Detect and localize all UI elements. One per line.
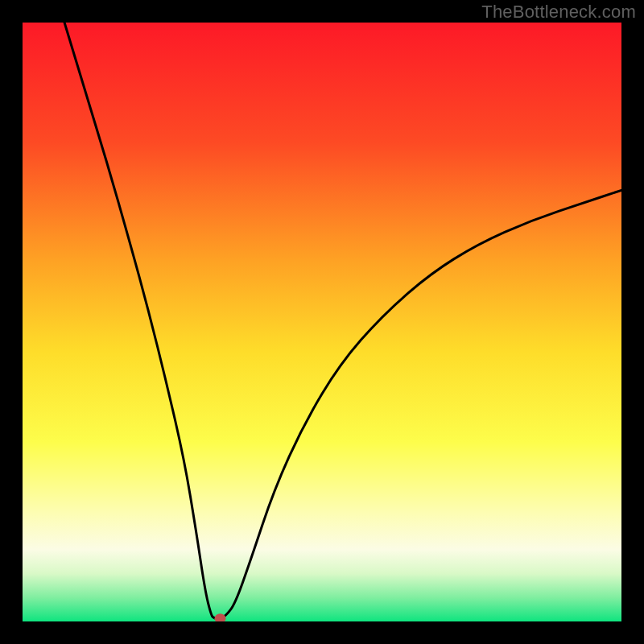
plot-area [23,23,621,621]
chart-frame: TheBottleneck.com [0,0,644,644]
watermark-text: TheBottleneck.com [481,2,636,23]
gradient-background [23,23,621,621]
chart-svg [23,23,621,621]
